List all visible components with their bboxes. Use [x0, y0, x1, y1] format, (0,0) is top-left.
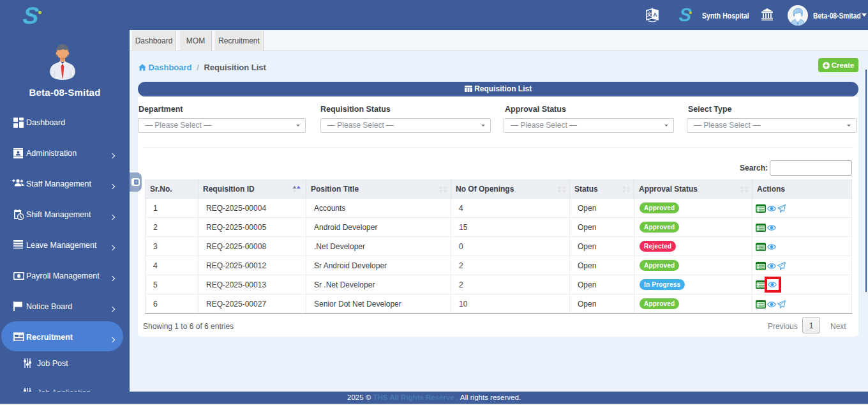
- svg-text:A: A: [653, 11, 657, 18]
- svg-text:文: 文: [647, 11, 652, 17]
